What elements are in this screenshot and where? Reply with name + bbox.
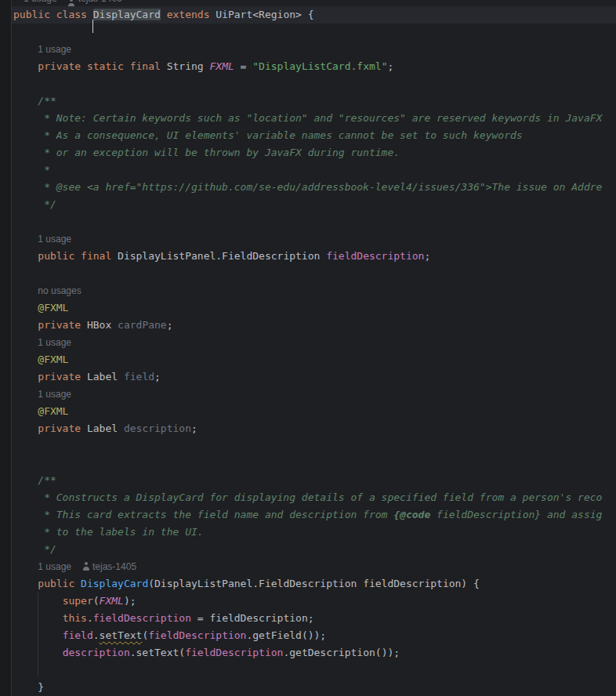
indent: [13, 285, 38, 296]
token: * Note: Certain keywords such as "locati…: [13, 112, 602, 124]
indent: [13, 233, 38, 245]
token: field: [63, 629, 93, 641]
token: * Constructs a DisplayCard for displayin…: [13, 491, 602, 503]
token: /**: [13, 95, 56, 107]
token: cardPane: [118, 319, 167, 331]
code-line[interactable]: [12, 455, 616, 472]
code-line[interactable]: [12, 437, 616, 455]
code-line[interactable]: * or an exception will be thrown by Java…: [12, 144, 616, 161]
code-line[interactable]: description.setText(fieldDescription.get…: [12, 644, 616, 662]
token: public: [38, 578, 81, 589]
usage-inlay-hint[interactable]: 1 usagetejas-1405: [12, 0, 616, 6]
token: =: [234, 60, 252, 72]
usage-count-hint[interactable]: 1 usage: [38, 389, 71, 400]
code-line[interactable]: /**: [12, 92, 616, 110]
token: *: [13, 164, 50, 176]
gutter: [0, 0, 12, 696]
code-line[interactable]: [12, 213, 616, 230]
token: * @see <a href="https://github.com/se-ed…: [13, 181, 602, 193]
token: /**: [13, 474, 56, 486]
code-line[interactable]: */: [12, 541, 616, 558]
token: description: [63, 647, 130, 658]
code-line[interactable]: public final DisplayListPanel.FieldDescr…: [12, 248, 616, 265]
code-line[interactable]: */: [12, 196, 616, 213]
usage-count-hint[interactable]: 1 usage: [24, 0, 57, 6]
usage-inlay-hint[interactable]: 1 usage: [12, 386, 616, 403]
code-line[interactable]: private static final String FXML = "Disp…: [12, 58, 616, 75]
code-line[interactable]: *: [12, 161, 616, 179]
token: fieldDescription: [148, 629, 246, 641]
token: [13, 578, 38, 589]
usage-count-hint[interactable]: 1 usage: [38, 44, 71, 55]
usage-inlay-hint[interactable]: 1 usage: [12, 230, 616, 248]
token: private: [38, 319, 87, 331]
token: ;: [167, 319, 173, 331]
code-line[interactable]: [12, 24, 616, 41]
code-line[interactable]: private Label field;: [12, 368, 616, 386]
token: }: [13, 681, 44, 693]
author-name-hint[interactable]: tejas-1405: [78, 0, 122, 6]
code-line[interactable]: field.setText(fieldDescription.getField(…: [12, 627, 616, 644]
code-line[interactable]: private HBox cardPane;: [12, 317, 616, 334]
selected-identifier: DisplayCard: [93, 9, 161, 20]
code-line[interactable]: this.fieldDescription = fieldDescription…: [12, 610, 616, 627]
token: private: [38, 371, 87, 382]
token: .: [93, 629, 100, 641]
code-line[interactable]: [12, 662, 616, 679]
usage-inlay-hint[interactable]: 1 usagetejas-1405: [12, 558, 616, 575]
usage-inlay-hint[interactable]: 1 usage: [12, 41, 616, 58]
token: (: [93, 595, 100, 607]
code-line[interactable]: }: [12, 679, 616, 696]
token: ;: [191, 422, 197, 434]
token: (DisplayListPanel.FieldDescription field…: [148, 578, 480, 589]
token: FXML: [209, 60, 234, 72]
usage-count-hint[interactable]: 1 usage: [38, 234, 71, 245]
code-editor[interactable]: 1 usagetejas-1405public class DisplayCar…: [12, 0, 616, 696]
usage-count-hint[interactable]: 1 usage: [38, 561, 71, 572]
code-line[interactable]: @FXML: [12, 351, 616, 368]
code-line[interactable]: private Label description;: [12, 420, 616, 437]
indent: [13, 388, 38, 400]
token: [13, 250, 38, 262]
token: ;: [424, 250, 430, 262]
code-line[interactable]: public class DisplayCard extends UiPart<…: [12, 6, 616, 24]
token: public final: [38, 250, 118, 262]
indent: [13, 560, 38, 572]
usage-count-hint[interactable]: no usages: [38, 285, 81, 296]
code-line[interactable]: * This card extracts the field name and …: [12, 506, 616, 524]
code-line[interactable]: * Note: Certain keywords such as "locati…: [12, 110, 616, 127]
token: );: [124, 595, 136, 607]
code-line[interactable]: * As a consequence, UI elements' variabl…: [12, 127, 616, 144]
token: {@code: [393, 509, 430, 520]
token: @FXML: [38, 353, 68, 365]
code-line[interactable]: [12, 265, 616, 282]
token: [13, 60, 38, 72]
usage-inlay-hint[interactable]: no usages: [12, 282, 616, 299]
token: "DisplayListCard.fxml": [252, 60, 387, 72]
token: * to the labels in the UI.: [13, 526, 204, 538]
token: * This card extracts the field name and …: [13, 509, 393, 520]
code-line[interactable]: * to the labels in the UI.: [12, 524, 616, 541]
token: .getField());: [246, 629, 326, 641]
usage-count-hint[interactable]: 1 usage: [38, 337, 71, 348]
code-line[interactable]: * @see <a href="https://github.com/se-ed…: [12, 179, 616, 196]
code-line[interactable]: public DisplayCard(DisplayListPanel.Fiel…: [12, 575, 616, 593]
usage-inlay-hint[interactable]: 1 usage: [12, 334, 616, 351]
code-line[interactable]: [12, 75, 616, 92]
token: .setText(: [130, 647, 185, 658]
code-line[interactable]: @FXML: [12, 299, 616, 317]
token: super: [63, 595, 93, 607]
code-line[interactable]: @FXML: [12, 403, 616, 420]
indent: [13, 336, 38, 348]
token: HBox: [87, 319, 118, 331]
token: String: [167, 60, 210, 72]
code-line[interactable]: * Constructs a DisplayCard for displayin…: [12, 489, 616, 506]
token: .getDescription());: [283, 647, 400, 658]
code-line[interactable]: super(FXML);: [12, 593, 616, 610]
author-name-hint[interactable]: tejas-1405: [92, 561, 136, 572]
token: [13, 302, 38, 314]
code-line[interactable]: /**: [12, 472, 616, 489]
token: fieldDescription: [93, 612, 191, 624]
token: [13, 405, 38, 417]
indent-guide: [38, 593, 38, 677]
